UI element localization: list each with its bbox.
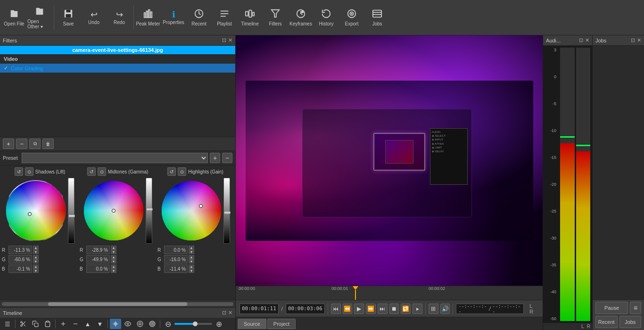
shadows-r-input[interactable] — [8, 246, 32, 254]
playhead[interactable] — [353, 286, 358, 300]
delete-filter-button[interactable]: 🗑 — [42, 139, 54, 149]
skip-to-end-button[interactable]: ⏭ — [378, 304, 388, 314]
undo-button[interactable]: ↩ Undo — [82, 1, 106, 33]
toggle-button[interactable]: ⏹ — [389, 304, 399, 314]
open-file-button[interactable]: Open File — [2, 1, 26, 33]
shadows-color-wheel[interactable] — [5, 180, 66, 241]
loop-button[interactable]: 🔁 — [401, 304, 411, 314]
zoom-slider[interactable] — [174, 323, 212, 325]
highlights-b-down[interactable]: ▼ — [189, 269, 194, 273]
recent-jobs-button[interactable]: Recent — [595, 316, 618, 328]
rewind-button[interactable]: ⏪ — [343, 304, 353, 314]
highlights-lock-button[interactable]: ⊙ — [178, 167, 186, 176]
skip-to-start-button[interactable]: ⏮ — [331, 304, 341, 314]
filters-button[interactable]: Filters — [263, 1, 288, 33]
properties-button[interactable]: ℹ Properties — [161, 1, 186, 33]
tl-remove-track-button[interactable] — [70, 319, 81, 329]
project-tab[interactable]: Project — [267, 319, 296, 329]
midtones-brightness-slider[interactable] — [146, 178, 152, 244]
jobs-float-icon[interactable]: ⊡ — [631, 37, 635, 43]
current-time-display[interactable]: 00:00:01:11 — [239, 304, 279, 314]
tl-paste-button[interactable] — [42, 319, 53, 329]
tl-lift-button[interactable]: ▲ — [82, 319, 93, 329]
timeline-float-icon[interactable]: ⊡ — [222, 310, 226, 316]
tl-add-track-button[interactable] — [58, 319, 69, 329]
preset-add-button[interactable]: + — [210, 153, 220, 163]
highlights-color-wheel[interactable] — [161, 180, 222, 241]
redo-button[interactable]: ↪ Redo — [107, 1, 132, 33]
midtones-g-input[interactable] — [86, 255, 110, 264]
tl-overwrite-button[interactable]: ▼ — [94, 319, 106, 329]
more-button[interactable]: ▸ — [413, 304, 422, 314]
tl-zoom-out-button[interactable]: ⊖ — [162, 319, 173, 329]
audio-float-icon[interactable]: ⊡ — [579, 37, 583, 43]
remove-filter-button[interactable]: − — [16, 139, 27, 149]
play-button[interactable]: ▶ — [354, 304, 364, 314]
highlights-b-up[interactable]: ▲ — [189, 264, 194, 269]
tl-preview-button[interactable] — [122, 319, 133, 329]
open-other-button[interactable]: Open Other ▾ — [27, 1, 52, 33]
h-scroll-track[interactable] — [2, 302, 233, 306]
save-button[interactable]: Save — [56, 1, 81, 33]
midtones-b-up[interactable]: ▲ — [111, 264, 116, 269]
shadows-brightness-slider[interactable] — [68, 178, 74, 244]
jobs-menu-button[interactable]: ≡ — [630, 302, 641, 314]
tl-ripple-all-button[interactable] — [147, 319, 158, 329]
tl-copy-button[interactable] — [30, 319, 41, 329]
midtones-color-wheel[interactable] — [83, 180, 144, 241]
volume-button[interactable]: 🔊 — [440, 304, 450, 314]
midtones-r-down[interactable]: ▼ — [111, 250, 116, 254]
midtones-b-down[interactable]: ▼ — [111, 269, 116, 273]
peak-meter-button[interactable]: Peak Meter — [136, 1, 160, 33]
tl-menu-button[interactable]: ☰ — [2, 319, 13, 329]
recent-button[interactable]: Recent — [187, 1, 211, 33]
history-button[interactable]: History — [314, 1, 339, 33]
midtones-reset-button[interactable]: ↺ — [87, 167, 96, 176]
highlights-b-input[interactable] — [164, 264, 188, 273]
copy-filter-button[interactable]: ⧉ — [29, 139, 41, 149]
export-button[interactable]: Export — [339, 1, 364, 33]
preset-remove-button[interactable]: − — [222, 153, 232, 163]
highlights-r-up[interactable]: ▲ — [189, 246, 194, 250]
shadows-b-input[interactable] — [8, 264, 32, 273]
shadows-r-down[interactable]: ▼ — [33, 250, 39, 254]
midtones-g-up[interactable]: ▲ — [111, 255, 116, 259]
highlights-brightness-slider[interactable] — [223, 178, 230, 244]
preset-select[interactable] — [22, 153, 208, 163]
tl-cut-button[interactable] — [17, 319, 29, 329]
midtones-lock-button[interactable]: ⊙ — [98, 167, 106, 176]
tl-snap-button[interactable] — [110, 319, 121, 329]
add-filter-button[interactable]: + — [3, 139, 14, 149]
midtones-r-up[interactable]: ▲ — [111, 246, 116, 250]
playlist-button[interactable]: Playlist — [212, 1, 237, 33]
filter-color-grading[interactable]: ✓ Color Grading — [0, 64, 235, 73]
highlights-r-input[interactable] — [164, 246, 188, 254]
grid-button[interactable]: ⊞ — [429, 304, 438, 314]
highlights-r-down[interactable]: ▼ — [189, 250, 194, 254]
midtones-b-input[interactable] — [86, 264, 110, 273]
shadows-g-down[interactable]: ▼ — [33, 259, 39, 264]
midtones-r-input[interactable] — [86, 246, 110, 254]
jobs-close-icon[interactable]: ✕ — [637, 37, 641, 43]
shadows-b-up[interactable]: ▲ — [33, 264, 39, 269]
source-tab[interactable]: Source — [238, 319, 266, 329]
shadows-b-down[interactable]: ▼ — [33, 269, 39, 273]
timeline-close-icon[interactable]: ✕ — [228, 310, 232, 316]
filters-close-icon[interactable]: ✕ — [228, 37, 232, 43]
jobs-list-button[interactable]: Jobs — [619, 316, 642, 328]
highlights-g-up[interactable]: ▲ — [189, 255, 194, 259]
pause-button[interactable]: Pause — [595, 302, 628, 314]
midtones-g-down[interactable]: ▼ — [111, 259, 116, 264]
shadows-reset-button[interactable]: ↺ — [15, 167, 23, 176]
highlights-g-down[interactable]: ▼ — [189, 259, 194, 264]
fast-forward-button[interactable]: ⏩ — [366, 304, 376, 314]
jobs-button[interactable]: Jobs — [365, 1, 389, 33]
shadows-g-up[interactable]: ▲ — [33, 255, 39, 259]
timeline-button[interactable]: Timeline — [238, 1, 262, 33]
keyframes-button[interactable]: Keyframes — [289, 1, 313, 33]
filters-float-icon[interactable]: ⊡ — [222, 37, 226, 43]
highlights-reset-button[interactable]: ↺ — [167, 167, 176, 176]
tl-zoom-in-button[interactable]: ⊕ — [213, 319, 224, 329]
shadows-r-up[interactable]: ▲ — [33, 246, 39, 250]
highlights-g-input[interactable] — [164, 255, 188, 264]
